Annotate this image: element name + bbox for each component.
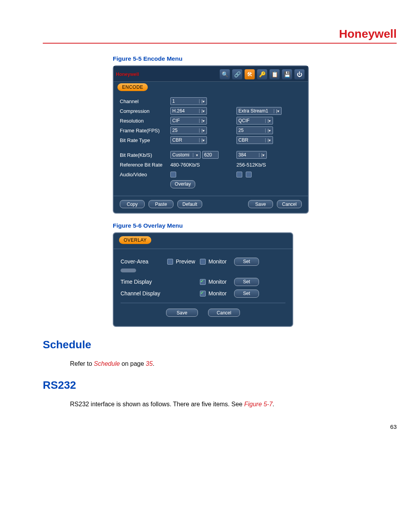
chevron-down-icon: ▾ — [193, 153, 200, 157]
tool-icon-network[interactable]: 🔗 — [232, 69, 242, 79]
chevron-down-icon: |▾ — [199, 138, 206, 142]
word-monitor-3: Monitor — [208, 290, 227, 297]
figure-2-caption: Figure 5-6 Overlay Menu — [113, 222, 397, 229]
encode-panel: Honeywell 🔍 🔗 🛠 🔑 📋 💾 ⏻ ENCODE Channel 1… — [113, 65, 309, 214]
overlay-save-button[interactable]: Save — [166, 309, 198, 317]
time-monitor-checkbox[interactable] — [200, 279, 206, 285]
label-time-display: Time Display — [121, 279, 167, 285]
label-brkbs: Bit Rate(Kb/S) — [120, 152, 170, 158]
extra-resolution-dropdown[interactable]: QCIF|▾ — [236, 117, 273, 125]
word-monitor-2: Monitor — [208, 279, 227, 285]
label-fps: Frame Rate(FPS) — [120, 128, 170, 133]
brkbs-value-input[interactable]: 620 — [202, 151, 219, 159]
cover-area-slider[interactable] — [121, 269, 136, 272]
schedule-body-text: Refer to Schedule on page 35. — [70, 360, 397, 367]
encode-tab: ENCODE — [117, 83, 148, 91]
panel-toolbar: Honeywell 🔍 🔗 🛠 🔑 📋 💾 ⏻ — [114, 66, 308, 82]
figure-1-caption: Figure 5-5 Encode Menu — [113, 55, 397, 62]
brand-logo: Honeywell — [43, 27, 397, 44]
overlay-button[interactable]: Overlay — [170, 180, 195, 188]
av-extra-checkbox-1[interactable] — [236, 172, 242, 177]
av-main-checkbox[interactable] — [170, 172, 176, 177]
tool-icon-storage[interactable]: 💾 — [282, 69, 292, 79]
chevron-down-icon: |▾ — [199, 99, 206, 104]
brkbs-mode-dropdown[interactable]: Customi▾ — [170, 151, 201, 159]
panel-brand: Honeywell — [116, 72, 139, 77]
extra-brkbs-dropdown[interactable]: 384|▾ — [236, 151, 267, 159]
channel-set-button[interactable]: Set — [234, 290, 259, 298]
ref-schedule: Schedule — [94, 360, 120, 367]
fps-dropdown[interactable]: 25|▾ — [170, 126, 207, 134]
cover-preview-checkbox[interactable] — [167, 259, 173, 265]
rs232-body-text: RS232 interface is shown as follows. The… — [70, 401, 397, 408]
page-number: 63 — [43, 423, 397, 430]
chevron-down-icon: |▾ — [265, 119, 272, 123]
save-button[interactable]: Save — [248, 200, 273, 208]
ref-schedule-page: 35 — [146, 360, 153, 367]
chevron-down-icon: |▾ — [259, 153, 266, 157]
extra-refbr-value: 256-512Kb/S — [236, 162, 295, 168]
label-compression: Compression — [120, 108, 170, 114]
compression-dropdown[interactable]: H.264|▾ — [170, 107, 207, 115]
default-button[interactable]: Default — [177, 200, 202, 208]
cancel-button[interactable]: Cancel — [277, 200, 302, 208]
word-preview: Preview — [176, 258, 195, 265]
copy-button[interactable]: Copy — [120, 200, 145, 208]
label-resolution: Resolution — [120, 118, 170, 124]
cover-monitor-checkbox[interactable] — [200, 259, 206, 265]
channel-dropdown[interactable]: 1|▾ — [170, 97, 207, 105]
label-channel-display: Channel Display — [121, 290, 167, 297]
av-extra-checkbox-2[interactable] — [246, 172, 252, 177]
word-monitor: Monitor — [208, 258, 227, 265]
refbr-value: 480-760Kb/S — [170, 162, 236, 168]
label-av: Audio/Video — [120, 172, 170, 177]
channel-monitor-checkbox[interactable] — [200, 291, 206, 297]
chevron-down-icon: |▾ — [199, 109, 206, 113]
cover-set-button[interactable]: Set — [234, 258, 259, 266]
label-refbr: Reference Bit Rate — [120, 162, 170, 168]
chevron-down-icon: |▾ — [265, 138, 272, 142]
label-brtype: Bit Rate Type — [120, 137, 170, 143]
tool-icon-search[interactable]: 🔍 — [220, 69, 230, 79]
heading-rs232: RS232 — [43, 379, 397, 391]
chevron-down-icon: |▾ — [199, 128, 206, 133]
time-set-button[interactable]: Set — [234, 278, 259, 286]
chevron-down-icon: |▾ — [265, 128, 272, 133]
tool-icon-record[interactable]: 📋 — [270, 69, 280, 79]
chevron-down-icon: |▾ — [274, 109, 280, 113]
chevron-down-icon: |▾ — [199, 119, 206, 123]
paste-button[interactable]: Paste — [149, 200, 173, 208]
tool-icon-power[interactable]: ⏻ — [294, 69, 304, 79]
extra-brtype-dropdown[interactable]: CBR|▾ — [236, 136, 273, 144]
ref-figure-5-7: Figure 5-7 — [244, 401, 273, 407]
label-cover-area: Cover-Area — [121, 258, 167, 265]
brtype-dropdown[interactable]: CBR|▾ — [170, 136, 207, 144]
tool-icon-keys[interactable]: 🔑 — [257, 69, 267, 79]
heading-schedule: Schedule — [43, 339, 397, 351]
overlay-panel: OVERLAY Cover-Area Preview Monitor Set — [113, 232, 293, 327]
resolution-dropdown[interactable]: CIF|▾ — [170, 117, 207, 125]
overlay-tab: OVERLAY — [119, 236, 151, 244]
extra-fps-dropdown[interactable]: 25|▾ — [236, 126, 273, 134]
label-channel: Channel — [120, 98, 170, 104]
overlay-cancel-button[interactable]: Cancel — [208, 309, 240, 317]
tool-icon-settings[interactable]: 🛠 — [245, 69, 255, 79]
extra-stream-dropdown[interactable]: Extra Stream1|▾ — [236, 107, 282, 115]
